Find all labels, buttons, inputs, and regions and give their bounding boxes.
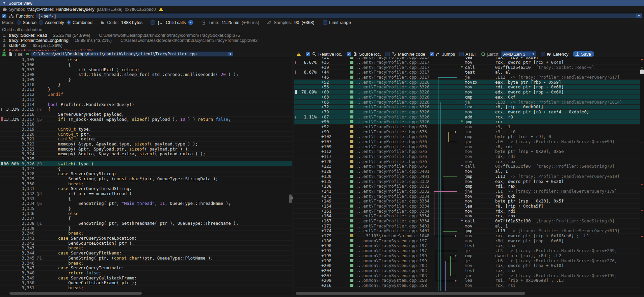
child-call-item[interactable]: 2.tracy::Profiler::SendLongString19.88 m… — [0, 38, 644, 43]
child-call-item[interactable]: 3.stat64i32625 µs (1.36%) — [0, 43, 644, 48]
assembly-row[interactable]: +190...ommon\TracySystem.cpp:197testrax,… — [294, 243, 644, 248]
assembly-row[interactable]: +143...ent\TracyProfiler.cpp:3334movr9d,… — [294, 194, 644, 199]
assembly-pane[interactable]: +31...ent\TracyProfiler.cpp:3317leardx, … — [294, 57, 644, 291]
source-line[interactable]: 3,323 memcpy( &ptr, &payload.ptr, sizeof… — [0, 146, 292, 152]
source-line[interactable]: 3,314bool Profiler::HandleServerQuery() — [0, 102, 292, 107]
latency-toggle[interactable]: Latency — [541, 52, 569, 57]
assembly-row[interactable]: +79...ent\TracyProfiler.cpp:3326movecx, … — [294, 110, 644, 115]
child-calls-checkbox[interactable] — [151, 20, 155, 25]
source-line[interactable]: 3,330 break; — [0, 181, 292, 186]
assembly-row[interactable]: +128...ent\TracyProfiler.cpp:3401moval, … — [294, 169, 644, 174]
save-button[interactable]: Save — [573, 51, 594, 57]
assembly-row[interactable]: +138...ent\TracyProfiler.cpp:3332cmprdi,… — [294, 184, 644, 189]
source-line[interactable]: 3,329 SendString( ptr, (const char*)ptr,… — [0, 177, 292, 182]
collapse-triangle-icon[interactable]: ▼ — [3, 1, 6, 5]
assembly-row[interactable]: +174...ent\TracyProfiler.cpp:3401jmp.L13… — [294, 228, 644, 234]
att-toggle[interactable]: AT&T — [459, 52, 476, 57]
machine-code-toggle[interactable]: Machine code — [385, 52, 425, 57]
mode-radio-assembly[interactable]: Assembly — [39, 20, 64, 25]
assembly-row[interactable]: +90...ent\TracyProfiler.cpp:3326●jmprcx — [294, 119, 644, 125]
assembly-row[interactable]: +66...ent\TracyProfiler.cpp:3326ja.L33 -… — [294, 100, 644, 105]
assembly-row[interactable]: +72...ent\TracyProfiler.cpp:3326lear8, [… — [294, 105, 644, 110]
assembly-row[interactable]: +216...ommon\TracySystem.cpp:258movrcx, … — [294, 283, 644, 288]
assembly-row[interactable]: +198...ommon\TracySystem.cpp:199je.L6 ->… — [294, 258, 644, 263]
source-line[interactable]: 3,331 case ServerQueryThreadString: — [0, 186, 292, 191]
source-hscroll-thumb[interactable] — [9, 292, 142, 295]
function-dropdown-arrow-icon[interactable]: ▼ — [636, 14, 642, 18]
assembly-row[interactable]: +172...ent\TracyProfiler.cpp:3401moval, … — [294, 223, 644, 228]
assembly-row[interactable]: +123...ent\TracyProfiler.hpp:676●call0x7… — [294, 164, 644, 169]
source-line[interactable]: 3,311} — [0, 87, 292, 92]
child-call-item[interactable]: 1.tracy::Socket::Read25.25 ms (54.89%)C:… — [0, 33, 644, 38]
source-line[interactable]: 3,350 QueueCallstackFrame( ptr ); — [0, 280, 292, 286]
assembly-row[interactable]: +207...ommon\TracySystem.cpp:203jne.L2 -… — [294, 273, 644, 278]
assembly-row[interactable]: 6.67%+44...ent\TracyProfiler.cpp:3317tes… — [294, 70, 644, 75]
assembly-row[interactable]: +120...ent\TracyProfiler.hpp:676movrcx, … — [294, 159, 644, 164]
assembly-row[interactable]: +209...ommon\TracySystem.cpp:258learsi, … — [294, 278, 644, 283]
source-line[interactable]: 3,334@6 SendString( ptr, "Main thread", … — [0, 201, 292, 206]
source-line[interactable]: 13.33%3,317@5 if( !m_sock->Read( &payloa… — [0, 117, 292, 122]
source-line[interactable]: 3.33%3,315@7{ — [0, 107, 292, 112]
assembly-row[interactable]: +195...ommon\TracySystem.cpp:199cmpdword… — [294, 253, 644, 259]
source-line[interactable]: 3,332@3 if( ptr == m_mainThread ) — [0, 191, 292, 196]
source-line[interactable]: 3,349 case ServerQueryCallstackFrame: — [0, 275, 292, 280]
source-line[interactable]: 3,328 case ServerQueryString: — [0, 171, 292, 177]
source-line[interactable]: 3,312#endif — [0, 92, 292, 97]
assembly-row[interactable]: +39...ent\TracyProfiler.cpp:3317●call0x7… — [294, 65, 644, 70]
source-line[interactable]: 3,327 { — [0, 166, 292, 171]
source-line[interactable]: 3,306 { — [0, 62, 292, 68]
source-loc-toggle[interactable]: Source loc. — [347, 52, 381, 57]
source-line[interactable]: 3,305 else — [0, 57, 292, 62]
source-horizontal-scrollbar[interactable] — [0, 291, 292, 295]
assembly-horizontal-scrollbar[interactable] — [294, 291, 644, 295]
source-line[interactable]: 80.00%3,326@9 switch( type ) — [0, 161, 292, 166]
pane-resize-grip[interactable] — [290, 196, 293, 199]
assembly-row[interactable]: +56...ent\TracyProfiler.cpp:3326movrdi, … — [294, 85, 644, 90]
source-line[interactable]: 3,346 break; — [0, 261, 292, 266]
source-line[interactable]: 3,321 uint32_t extra; — [0, 137, 292, 142]
source-line[interactable]: 3,308 std::this_thread::sleep_for( std::… — [0, 72, 292, 77]
assembly-row[interactable]: +179....31103\include\atomic:1048movrax,… — [294, 234, 644, 239]
source-line[interactable]: 3,340 break; — [0, 231, 292, 236]
assembly-row[interactable]: +135...ent\TracyProfiler.cpp:3332moveax,… — [294, 179, 644, 184]
source-line[interactable]: 3,351 break; — [0, 286, 292, 291]
source-line[interactable]: 3,343 break; — [0, 246, 292, 251]
source-line[interactable]: 3,345@1 SendString( ptr, (const char*)pt… — [0, 256, 292, 261]
source-line[interactable]: 3,320 uint64_t ptr; — [0, 132, 292, 137]
assembly-row[interactable]: +154...ent\TracyProfiler.cpp:3334lear8, … — [294, 204, 644, 209]
assembly-row[interactable]: +200...ommon\TracySystem.cpp:203movrax, … — [294, 263, 644, 268]
child-calls-collapse-button[interactable]: ▲ — [188, 20, 193, 25]
mode-radio-combined[interactable]: Combined — [66, 20, 92, 25]
assembly-row[interactable]: +99...ent\TracyProfiler.hpp:676incr9 ; .… — [294, 129, 644, 134]
uarch-dropdown-arrow-icon[interactable]: ▼ — [531, 52, 536, 56]
uarch-select[interactable]: AMD Zen 3 ▼ — [501, 51, 536, 57]
source-line[interactable]: 3,309 } — [0, 77, 292, 82]
file-select[interactable]: C:\Users\wolf\Desktop\darkrl\contrib\tra… — [31, 51, 234, 57]
assembly-row[interactable]: +46...ent\TracyProfiler.cpp:3317je.L12 -… — [294, 75, 644, 80]
assembly-row[interactable]: 1.11%+87...ent\TracyProfiler.cpp:3326add… — [294, 114, 644, 119]
source-line[interactable]: 3,342 SendSourceLocation( ptr ); — [0, 241, 292, 246]
assembly-row[interactable]: +167...ent\TracyProfiler.cpp:3334●call0x… — [294, 219, 644, 224]
source-line[interactable]: 3,341 case ServerQuerySourceLocation: — [0, 236, 292, 241]
assembly-vertical-scrollbar[interactable] — [640, 57, 644, 291]
source-code-pane[interactable]: 3,305 else3,306 {3,307 if( shouldExit ) … — [0, 57, 292, 291]
assembly-row[interactable]: +102...ent\TracyProfiler.hpp:676cmpbyte … — [294, 134, 644, 139]
mode-radio-source[interactable]: Source — [17, 20, 36, 25]
function-checkbox[interactable] — [2, 14, 6, 18]
assembly-row[interactable]: +193...ommon\TracySystem.cpp:197je.L3 ->… — [294, 248, 644, 253]
source-line[interactable]: 3,336 else — [0, 211, 292, 216]
assembly-row[interactable]: +52...ent\TracyProfiler.cpp:3326movzxeax… — [294, 80, 644, 85]
assembly-row[interactable]: +130...ent\TracyProfiler.cpp:3401jmp.L13… — [294, 174, 644, 179]
assembly-row[interactable]: +117...ent\TracyProfiler.hpp:676movrdx, … — [294, 154, 644, 159]
source-line[interactable]: 3,335 } — [0, 206, 292, 211]
source-line[interactable]: 3,310 } — [0, 82, 292, 87]
assembly-row[interactable]: +149...ent\TracyProfiler.cpp:3334movbyte… — [294, 199, 644, 204]
source-line[interactable]: 3,319 uint8_t type; — [0, 127, 292, 132]
assembly-row[interactable]: +204...ommon\TracySystem.cpp:203testrax,… — [294, 268, 644, 273]
assembly-row[interactable]: +63...ent\TracyProfiler.cpp:3326cmpeax, … — [294, 95, 644, 100]
assembly-row[interactable]: 6.67%+35...ent\TracyProfiler.cpp:3317mov… — [294, 60, 644, 65]
assembly-row[interactable]: +141...ent\TracyProfiler.cpp:3332jne.L1 … — [294, 189, 644, 194]
assembly-row[interactable]: 78.89%+60...ent\TracyProfiler.cpp:3326mo… — [294, 90, 644, 95]
limit-range-toggle[interactable]: Limit range — [323, 20, 351, 25]
file-dropdown-arrow-icon[interactable]: ▼ — [228, 52, 233, 56]
